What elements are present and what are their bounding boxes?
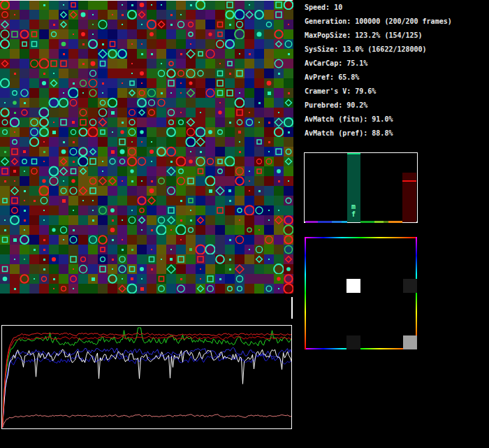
incompatible-bar-marker-line <box>402 180 416 182</box>
stat-line: MaxPopSize: 123.2% (154/125) <box>305 29 486 43</box>
stat-line: SysSize: 13.0% (16622/128000) <box>305 43 486 57</box>
matrix-hue-border <box>305 237 306 349</box>
male-female-label: m f <box>347 203 360 218</box>
stat-line: AvCarCap: 75.1% <box>305 57 486 71</box>
stat-line: Speed: 10 <box>305 1 486 15</box>
generation-axis-tick <box>291 297 293 319</box>
matrix-cell <box>346 279 360 293</box>
stat-line: AvMatch (pref): 88.8% <box>305 127 486 140</box>
simulation-app-window: { "app": { "background": "#000000", "tex… <box>0 0 489 448</box>
stat-line: AvPref: 65.8% <box>305 71 486 85</box>
generation-axis-line <box>0 0 293 1</box>
population-history-chart <box>1 325 292 429</box>
matrix-cell <box>403 335 417 349</box>
matrix-hue-border <box>416 237 417 349</box>
population-history-canvas <box>2 326 291 428</box>
matrix-hue-border <box>305 237 417 238</box>
matrix-cell <box>346 335 360 349</box>
hue-spectrum-segment <box>374 221 384 223</box>
match-matrix <box>305 237 417 349</box>
world-grid-canvas[interactable] <box>0 0 293 294</box>
hue-spectrum-segment <box>318 221 332 223</box>
matrix-hue-border <box>305 348 417 349</box>
stat-line: Generation: 100000 (200/200 frames) <box>305 15 486 29</box>
stat-line: Cramer's V: 79.6% <box>305 85 486 99</box>
male-female-bar-cap <box>347 153 360 154</box>
hue-spectrum-segment <box>342 221 347 223</box>
hue-spectrum-segment <box>305 221 318 223</box>
stats-panel: Speed: 10Generation: 100000 (200/200 fra… <box>305 1 486 140</box>
matrix-cell <box>403 279 417 293</box>
hue-spectrum-segment <box>360 221 374 223</box>
hue-spectrum-segment <box>332 221 342 223</box>
male-female-bar: m f <box>347 153 360 222</box>
hue-spectrum-segment <box>388 221 402 223</box>
hue-spectrum-segment <box>384 221 388 223</box>
sex-ratio-histogram: m f <box>304 152 418 223</box>
incompatible-bar <box>402 173 416 222</box>
stat-line: AvMatch (fitn): 91.0% <box>305 113 486 127</box>
stat-line: Purebred: 90.2% <box>305 99 486 113</box>
